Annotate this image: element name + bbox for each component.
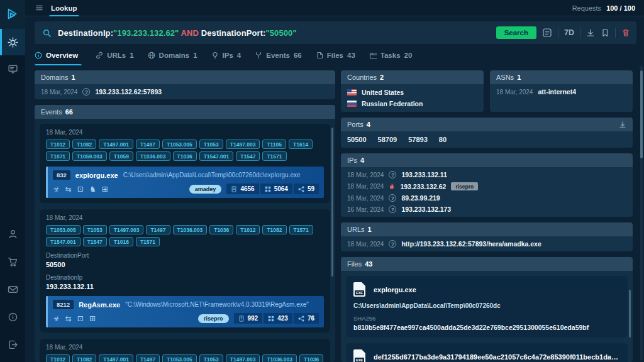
sidebar-item-logout[interactable] bbox=[0, 331, 25, 358]
technique-tag[interactable]: T1053.005 bbox=[162, 354, 197, 362]
event-field: DestinationPort 50500 bbox=[46, 252, 324, 268]
question-icon bbox=[389, 194, 396, 202]
technique-tag[interactable]: T1036.003 bbox=[136, 151, 170, 161]
technique-tag[interactable]: T1053 bbox=[199, 354, 223, 362]
technique-tag[interactable]: T1497.003 bbox=[226, 140, 260, 149]
top-bar: Lookup Requests 100 / 100 bbox=[25, 0, 644, 16]
technique-tag[interactable]: T1571 bbox=[289, 225, 313, 234]
tab-urls[interactable]: URLs1 bbox=[96, 45, 133, 65]
tab-domains[interactable]: Domains1 bbox=[148, 45, 197, 65]
link-icon bbox=[96, 52, 103, 59]
domains-card: Domains1 18 Mar, 2024 193.233.132.62:578… bbox=[35, 70, 335, 99]
technique-tag[interactable]: T1547 bbox=[236, 151, 260, 161]
technique-tag[interactable]: T1497 bbox=[136, 140, 160, 149]
saved-queries-icon[interactable] bbox=[542, 28, 552, 38]
process-row[interactable]: 832 explorgu.exe C:\Users\admin\AppData\… bbox=[46, 167, 324, 198]
biohazard-icon[interactable]: ☣ bbox=[53, 185, 60, 193]
technique-tag[interactable]: T1059.003 bbox=[72, 151, 107, 161]
file-item[interactable]: def1255d6717ba3de9a31794189ee50ac21057c6… bbox=[346, 343, 628, 362]
process-counters: 4656 5064 59 bbox=[226, 184, 319, 194]
technique-tag[interactable]: T1497.003 bbox=[109, 225, 144, 234]
technique-tag[interactable]: T1497.003 bbox=[226, 354, 260, 362]
technique-tag[interactable]: T1497.001 bbox=[99, 140, 133, 149]
file-item[interactable]: explorgu.exe C:\Users\admin\AppData\Loca… bbox=[346, 276, 628, 337]
technique-tag[interactable]: T1059 bbox=[109, 151, 133, 161]
tab-tasks[interactable]: Tasks20 bbox=[369, 45, 413, 65]
technique-tag[interactable]: T1071 bbox=[46, 151, 70, 161]
technique-tag[interactable]: T1036 bbox=[173, 151, 197, 161]
tab-overview[interactable]: Overview bbox=[35, 45, 82, 65]
technique-tag[interactable]: T1012 bbox=[46, 354, 70, 362]
technique-tag[interactable]: T1547 bbox=[83, 237, 107, 246]
process-row[interactable]: 8212 RegAsm.exe "C:\Windows\Microsoft.NE… bbox=[46, 296, 324, 327]
events-card: Events66 18 Mar, 2024 T1012T1082T1497.00… bbox=[35, 105, 335, 362]
tab-ips[interactable]: IPs4 bbox=[211, 45, 242, 65]
divider bbox=[615, 28, 616, 38]
technique-tag[interactable]: T1053 bbox=[83, 225, 107, 234]
download-icon[interactable] bbox=[586, 28, 595, 37]
sidebar-item-info[interactable] bbox=[0, 303, 25, 331]
menu-icon[interactable] bbox=[35, 4, 43, 11]
page-scrollbar[interactable] bbox=[640, 65, 643, 361]
search-button[interactable]: Search bbox=[496, 26, 536, 39]
registry-icon[interactable]: ⊞ bbox=[102, 185, 108, 193]
page-scrollbar-thumb[interactable] bbox=[640, 70, 643, 158]
technique-tag[interactable]: T1082 bbox=[72, 140, 96, 149]
time-range-button[interactable]: 7D bbox=[564, 28, 574, 37]
sidebar-item-contact[interactable] bbox=[0, 275, 25, 303]
files-scrollbar[interactable] bbox=[629, 290, 631, 337]
technique-tag[interactable]: T1547.001 bbox=[199, 151, 234, 161]
trash-icon[interactable] bbox=[621, 28, 630, 37]
malware-family-pill[interactable]: risepro bbox=[198, 314, 229, 323]
bookmark-icon[interactable] bbox=[601, 28, 609, 37]
app-logo-icon[interactable] bbox=[0, 0, 25, 29]
technique-tag[interactable]: T1012 bbox=[236, 225, 260, 234]
search-icon bbox=[42, 28, 52, 38]
technique-tag[interactable]: T1016 bbox=[109, 237, 133, 246]
technique-tag[interactable]: T1053 bbox=[199, 140, 223, 149]
us-flag-icon bbox=[347, 89, 357, 96]
screen-icon[interactable]: ⊡ bbox=[77, 185, 84, 193]
sidebar-item-ti-lookup[interactable] bbox=[0, 29, 25, 55]
registry-icon[interactable]: ⊞ bbox=[89, 315, 96, 322]
technique-tag[interactable]: T1497.001 bbox=[99, 354, 133, 362]
tab-events[interactable]: Events66 bbox=[255, 45, 302, 65]
technique-tag[interactable]: T1053.005 bbox=[162, 140, 197, 149]
technique-tag[interactable]: T1571 bbox=[136, 237, 160, 246]
technique-tag[interactable]: T1036 bbox=[209, 225, 233, 234]
exchange-arrows-icon[interactable]: ⇆ bbox=[65, 315, 72, 322]
sidebar-item-profile[interactable] bbox=[0, 220, 25, 248]
technique-tag[interactable]: T1036.003 bbox=[173, 225, 208, 234]
sidebar-item-plans[interactable] bbox=[0, 248, 25, 275]
country-row: United States bbox=[341, 87, 484, 98]
download-icon[interactable] bbox=[619, 121, 626, 128]
technique-tag[interactable]: T1012 bbox=[46, 140, 70, 149]
technique-tag[interactable]: T1036.003 bbox=[262, 354, 297, 362]
malware-badge[interactable]: risepro bbox=[451, 182, 478, 190]
technique-tag[interactable]: T1497 bbox=[136, 354, 160, 362]
technique-tag[interactable]: T1614 bbox=[289, 140, 313, 149]
technique-tag[interactable]: T1105 bbox=[262, 140, 286, 149]
sidebar-item-sandbox[interactable] bbox=[0, 55, 25, 82]
top-tab-lookup[interactable]: Lookup bbox=[49, 0, 79, 16]
process-path: C:\Users\admin\AppData\Local\Temp\00c072… bbox=[123, 172, 319, 178]
technique-tag[interactable]: T1036 bbox=[299, 354, 323, 362]
technique-tag[interactable]: T1571 bbox=[262, 151, 286, 161]
process-action-icons: ☣ ⇆ ⊡ ♞ ⊞ bbox=[53, 185, 108, 193]
search-query-input[interactable]: DestinationIp:"193.233.132.62" AND Desti… bbox=[35, 21, 636, 44]
technique-tag[interactable]: T1082 bbox=[262, 225, 286, 234]
process-pid: 832 bbox=[53, 170, 70, 180]
technique-tag[interactable]: T1547.001 bbox=[46, 237, 80, 246]
exchange-arrows-icon[interactable]: ⇆ bbox=[65, 185, 72, 193]
technique-tag[interactable]: T1497 bbox=[146, 225, 170, 234]
trojan-icon[interactable]: ♞ bbox=[89, 185, 96, 193]
screen-icon[interactable]: ⊡ bbox=[77, 315, 84, 322]
biohazard-icon[interactable]: ☣ bbox=[53, 315, 60, 322]
malware-family-pill[interactable]: amadey bbox=[189, 185, 222, 194]
events-scrollbar[interactable] bbox=[331, 128, 333, 277]
technique-tag[interactable]: T1082 bbox=[72, 354, 96, 362]
technique-tag[interactable]: T1053.005 bbox=[46, 225, 80, 234]
result-tabs: Overview URLs1 Domains1 IPs4 Events66 Fi… bbox=[35, 45, 636, 65]
files-card-header: Files43 bbox=[341, 257, 633, 271]
tab-files[interactable]: Files43 bbox=[316, 45, 355, 65]
